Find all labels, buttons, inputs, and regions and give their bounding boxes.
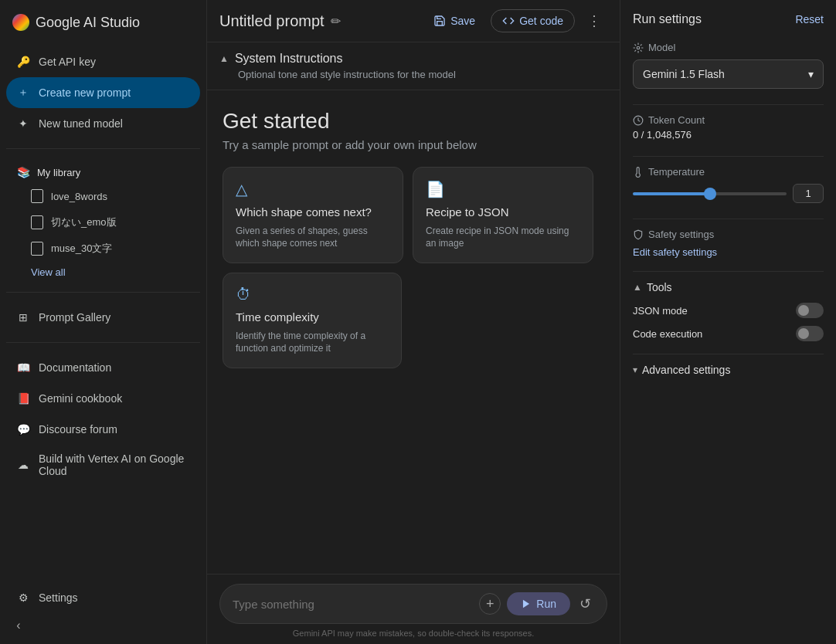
discourse-forum-button[interactable]: 💬 Discourse forum <box>6 414 200 445</box>
json-mode-label: JSON mode <box>633 305 688 317</box>
collapse-icon: ▲ <box>219 53 229 64</box>
build-vertex-label: Build with Vertex AI on Google Cloud <box>39 452 191 477</box>
settings-divider-1 <box>633 104 824 105</box>
gemini-cookbook-button[interactable]: 📕 Gemini cookbook <box>6 383 200 414</box>
key-icon: 🔑 <box>15 54 31 69</box>
model-label: Model <box>633 42 824 53</box>
input-area: + Run ↺ Gemini API may make mistakes, so… <box>207 574 620 644</box>
input-disclaimer: Gemini API may make mistakes, so double-… <box>219 629 607 638</box>
system-instructions-section: ▲ System Instructions Optional tone and … <box>207 42 620 90</box>
doc-icon-0 <box>31 189 43 203</box>
library-item-label-2: muse_30文字 <box>51 242 112 256</box>
run-button[interactable]: Run <box>507 592 570 615</box>
top-bar: Untitled prompt ✏ Save Get code ⋮ <box>207 0 620 42</box>
prompt-area: ▲ System Instructions Optional tone and … <box>207 42 620 574</box>
get-api-key-label: Get API key <box>39 56 96 68</box>
documentation-button[interactable]: 📖 Documentation <box>6 352 200 383</box>
discourse-forum-label: Discourse forum <box>39 423 117 436</box>
safety-section: Safety settings Edit safety settings <box>633 229 824 259</box>
doc-icon-2 <box>31 242 43 256</box>
input-row: + Run ↺ <box>219 584 607 624</box>
my-library-label: My library <box>37 167 80 178</box>
type-input[interactable] <box>233 598 473 611</box>
main-content: Untitled prompt ✏ Save Get code ⋮ ▲ Syst… <box>207 0 620 644</box>
run-settings-panel: Run settings Reset Model Gemini 1.5 Flas… <box>620 0 836 644</box>
top-bar-actions: Save Get code ⋮ <box>424 9 607 32</box>
recipe-card-title: Recipe to JSON <box>426 205 580 220</box>
settings-button[interactable]: ⚙ Settings <box>6 582 200 613</box>
build-vertex-button[interactable]: ☁ Build with Vertex AI on Google Cloud <box>6 445 200 485</box>
save-label: Save <box>450 15 475 27</box>
advanced-settings-header[interactable]: ▾ Advanced settings <box>633 364 824 376</box>
app-title-text: Google AI Studio <box>36 15 140 31</box>
svg-point-1 <box>637 46 640 49</box>
get-started-subtitle: Try a sample prompt or add your own inpu… <box>223 138 604 151</box>
token-count-label: Token Count <box>633 114 824 126</box>
get-started-area: Get started Try a sample prompt or add y… <box>207 90 620 574</box>
system-instructions-header[interactable]: ▲ System Instructions <box>219 52 607 66</box>
save-button[interactable]: Save <box>424 10 484 32</box>
create-prompt-button[interactable]: ＋ Create new prompt <box>6 77 200 108</box>
sidebar-collapse-button[interactable]: ‹ <box>6 613 31 638</box>
tune-icon: ✦ <box>15 116 31 131</box>
library-item-2[interactable]: muse_30文字 <box>6 236 200 262</box>
documentation-label: Documentation <box>39 361 111 374</box>
more-options-button[interactable]: ⋮ <box>581 9 607 32</box>
temperature-label: Temperature <box>633 166 824 178</box>
run-settings-header: Run settings Reset <box>633 12 824 26</box>
temperature-value: 1 <box>793 184 824 203</box>
my-library-section[interactable]: 📚 My library <box>6 158 200 183</box>
safety-label: Safety settings <box>633 229 824 240</box>
edit-safety-link[interactable]: Edit safety settings <box>633 246 717 258</box>
prompt-card-recipe[interactable]: 📄 Recipe to JSON Create recipe in JSON m… <box>413 167 593 263</box>
add-attachment-button[interactable]: + <box>479 593 501 615</box>
recipe-card-icon: 📄 <box>426 180 580 198</box>
refresh-button[interactable]: ↺ <box>576 592 594 615</box>
code-execution-toggle[interactable] <box>796 326 824 341</box>
recipe-card-desc: Create recipe in JSON mode using an imag… <box>426 225 580 251</box>
divider-2 <box>6 292 200 293</box>
model-select[interactable]: Gemini 1.5 Flash ▾ <box>633 59 824 89</box>
cloud-icon: ☁ <box>15 457 31 473</box>
prompt-card-shape[interactable]: △ Which shape comes next? Given a series… <box>223 167 403 263</box>
divider-1 <box>6 148 200 149</box>
divider-3 <box>6 342 200 343</box>
library-item-1[interactable]: 切ない_emo版 <box>6 209 200 236</box>
get-api-key-button[interactable]: 🔑 Get API key <box>6 46 200 77</box>
model-section: Model Gemini 1.5 Flash ▾ <box>633 42 824 89</box>
sidebar-footer: ⚙ Settings ‹ <box>0 576 206 644</box>
system-instructions-subtitle: Optional tone and style instructions for… <box>238 69 607 80</box>
code-execution-label: Code execution <box>633 328 702 340</box>
json-mode-item: JSON mode <box>633 303 824 318</box>
time-card-title: Time complexity <box>236 310 389 325</box>
new-tuned-model-button[interactable]: ✦ New tuned model <box>6 108 200 139</box>
run-label: Run <box>536 598 556 610</box>
plus-icon: ＋ <box>15 85 31 100</box>
new-tuned-model-label: New tuned model <box>39 117 123 130</box>
view-all-link[interactable]: View all <box>6 262 200 283</box>
library-icon: 📚 <box>15 164 31 180</box>
edit-title-icon[interactable]: ✏ <box>331 14 341 29</box>
svg-marker-0 <box>523 600 529 608</box>
run-settings-title: Run settings <box>633 12 702 26</box>
prompt-gallery-label: Prompt Gallery <box>39 311 110 324</box>
settings-divider-2 <box>633 156 824 157</box>
sidebar-header: Google AI Studio <box>0 6 206 43</box>
library-item-0[interactable]: love_8words <box>6 183 200 209</box>
tools-label: Tools <box>647 281 672 293</box>
tools-header[interactable]: ▲ Tools <box>633 281 824 293</box>
gemini-cookbook-label: Gemini cookbook <box>39 392 122 405</box>
temperature-slider-row: 1 <box>633 184 824 203</box>
get-code-button[interactable]: Get code <box>491 9 575 32</box>
token-count-section: Token Count 0 / 1,048,576 <box>633 114 824 141</box>
temperature-slider[interactable] <box>633 192 787 195</box>
prompt-title: Untitled prompt <box>219 12 325 30</box>
json-mode-toggle[interactable] <box>796 303 824 318</box>
reset-button[interactable]: Reset <box>795 13 824 25</box>
shape-card-desc: Given a series of shapes, guess which sh… <box>236 225 390 251</box>
prompt-gallery-button[interactable]: ⊞ Prompt Gallery <box>6 302 200 333</box>
chevron-down-icon: ▾ <box>808 68 814 80</box>
prompt-card-time[interactable]: ⏱ Time complexity Identify the time comp… <box>223 273 402 368</box>
temperature-section: Temperature 1 <box>633 166 824 203</box>
forum-icon: 💬 <box>15 422 31 437</box>
